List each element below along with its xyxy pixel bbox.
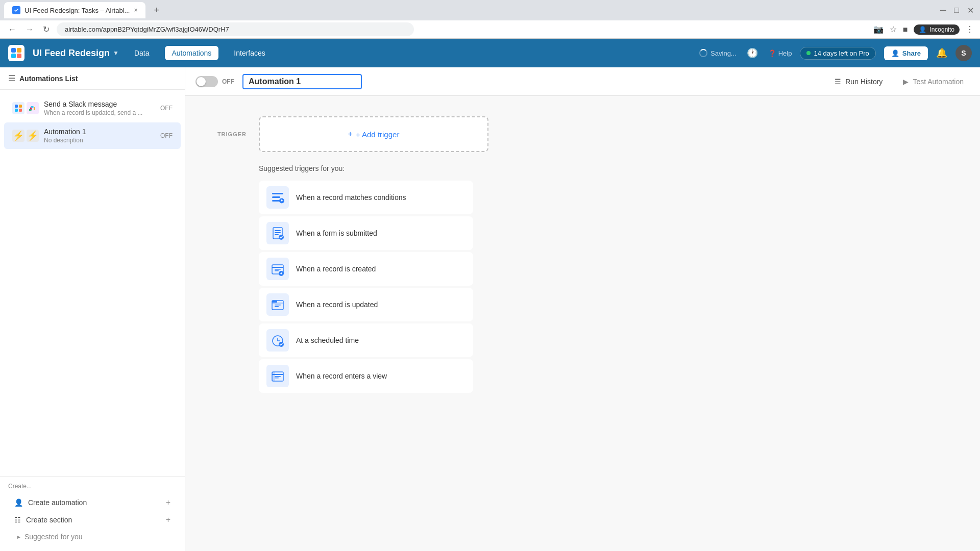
automation-canvas: TRIGGER + + Add trigger Suggested trigge… bbox=[185, 96, 980, 551]
trigger-view-label: When a record enters a view bbox=[296, 372, 387, 380]
app-title[interactable]: UI Feed Redesign ▼ bbox=[33, 48, 119, 59]
create-section-label: Create section bbox=[26, 516, 72, 524]
svg-rect-13 bbox=[272, 193, 283, 194]
automation-toggle-switch[interactable] bbox=[195, 76, 218, 87]
pro-label: 14 days left on Pro bbox=[814, 49, 869, 57]
add-trigger-box[interactable]: + + Add trigger bbox=[259, 116, 488, 152]
svg-rect-12 bbox=[34, 107, 35, 110]
window-close-button[interactable]: ✕ bbox=[965, 4, 976, 17]
slack-icon bbox=[27, 102, 39, 114]
trigger-option-created[interactable]: When a record is created bbox=[259, 252, 473, 286]
browser-action-buttons: 📷 ☆ ■ 👤 Incognito ⋮ bbox=[873, 24, 974, 35]
run-history-button[interactable]: ☰ Run History bbox=[828, 74, 889, 89]
url-bar[interactable] bbox=[57, 22, 414, 36]
minimize-button[interactable]: ─ bbox=[938, 4, 948, 17]
trigger-option-conditions[interactable]: When a record matches conditions bbox=[259, 181, 473, 214]
browser-titlebar: UI Feed Redesign: Tasks – Airtabl... × +… bbox=[0, 0, 980, 20]
data-tab-button[interactable]: Data bbox=[127, 46, 157, 60]
trigger-option-scheduled[interactable]: At a scheduled time bbox=[259, 323, 473, 357]
forward-button[interactable]: → bbox=[23, 23, 36, 36]
trigger-option-form[interactable]: When a form is submitted bbox=[259, 216, 473, 250]
sidebar-item-slack-badge: OFF bbox=[160, 105, 173, 112]
sidebar-menu-icon[interactable]: ☰ bbox=[8, 73, 15, 83]
sidebar-item-automation1-info: Automation 1 No description bbox=[44, 128, 155, 144]
svg-rect-5 bbox=[15, 105, 18, 108]
svg-rect-14 bbox=[272, 196, 280, 198]
create-automation-button[interactable]: 👤 Create automation + bbox=[8, 494, 177, 511]
run-history-label: Run History bbox=[845, 78, 883, 86]
close-tab-button[interactable]: × bbox=[134, 7, 137, 14]
automation1-icon-right: ⚡ bbox=[27, 130, 39, 142]
sidebar-item-automation1-icons: ⚡ ⚡ bbox=[12, 130, 39, 142]
browser-chrome: UI Feed Redesign: Tasks – Airtabl... × +… bbox=[0, 0, 980, 39]
svg-rect-1 bbox=[11, 48, 16, 53]
history-button[interactable]: 🕐 bbox=[745, 45, 760, 61]
test-automation-button[interactable]: ▶ Test Automation bbox=[897, 74, 970, 89]
trigger-form-label: When a form is submitted bbox=[296, 229, 377, 237]
trigger-scheduled-label: At a scheduled time bbox=[296, 336, 359, 344]
app-logo[interactable] bbox=[8, 45, 24, 61]
menu-button[interactable]: ⋮ bbox=[966, 24, 974, 34]
sidebar-item-automation1[interactable]: ⚡ ⚡ Automation 1 No description OFF bbox=[4, 122, 181, 149]
automation-name-input[interactable] bbox=[242, 74, 362, 89]
title-chevron-icon: ▼ bbox=[113, 49, 119, 57]
sidebar-item-automation1-desc: No description bbox=[44, 137, 155, 144]
top-nav: UI Feed Redesign ▼ Data Automations Inte… bbox=[0, 39, 980, 67]
svg-rect-10 bbox=[31, 106, 34, 108]
incognito-badge: 👤 Incognito bbox=[914, 24, 960, 35]
suggested-chevron-icon: ► bbox=[16, 534, 21, 540]
svg-rect-3 bbox=[11, 54, 16, 58]
pro-badge[interactable]: 14 days left on Pro bbox=[800, 47, 875, 60]
add-trigger-text: + Add trigger bbox=[356, 130, 399, 139]
help-label: Help bbox=[778, 49, 792, 57]
content-area: OFF ☰ Run History ▶ Test Automation TRIG… bbox=[185, 67, 980, 551]
svg-rect-4 bbox=[17, 54, 21, 58]
trigger-conditions-label: When a record matches conditions bbox=[296, 193, 406, 202]
trigger-view-icon bbox=[266, 365, 289, 387]
help-icon: ❓ bbox=[768, 49, 776, 57]
svg-rect-6 bbox=[19, 105, 22, 108]
sidebar-header: ☰ Automations List bbox=[0, 67, 185, 90]
trigger-option-updated[interactable]: When a record is updated bbox=[259, 288, 473, 321]
svg-rect-2 bbox=[17, 48, 21, 53]
new-tab-button[interactable]: + bbox=[150, 3, 163, 18]
sidebar-item-slack[interactable]: Send a Slack message When a record is up… bbox=[4, 95, 181, 121]
app: UI Feed Redesign ▼ Data Automations Inte… bbox=[0, 39, 980, 551]
content-header: OFF ☰ Run History ▶ Test Automation bbox=[185, 67, 980, 96]
sidebar-item-automation1-badge: OFF bbox=[160, 132, 173, 139]
avatar[interactable]: S bbox=[955, 45, 972, 61]
share-button[interactable]: 👤 Share bbox=[884, 46, 928, 60]
browser-tab[interactable]: UI Feed Redesign: Tasks – Airtabl... × bbox=[4, 2, 145, 18]
svg-rect-20 bbox=[275, 230, 281, 231]
svg-rect-43 bbox=[275, 376, 281, 377]
svg-rect-32 bbox=[272, 303, 283, 304]
svg-rect-18 bbox=[281, 199, 282, 202]
trigger-label: TRIGGER bbox=[206, 131, 247, 137]
trigger-created-icon bbox=[266, 258, 289, 280]
svg-rect-30 bbox=[281, 272, 282, 274]
create-section-plus-icon: + bbox=[166, 515, 170, 524]
trigger-option-view[interactable]: When a record enters a view bbox=[259, 359, 473, 393]
sidebar: ☰ Automations List bbox=[0, 67, 185, 551]
bookmark-icon[interactable]: ☆ bbox=[890, 24, 897, 34]
create-section-button[interactable]: ☷ Create section + bbox=[8, 511, 177, 529]
notifications-button[interactable]: 🔔 bbox=[936, 47, 947, 59]
pro-dot-icon bbox=[806, 51, 811, 55]
refresh-button[interactable]: ↻ bbox=[41, 22, 52, 36]
automations-tab-button[interactable]: Automations bbox=[165, 46, 219, 60]
saving-spinner-icon bbox=[699, 49, 707, 57]
add-trigger-icon: + bbox=[348, 130, 353, 139]
sidebar-item-slack-desc: When a record is updated, send a ... bbox=[44, 109, 155, 116]
help-button[interactable]: ❓ Help bbox=[768, 49, 792, 57]
interfaces-tab-button[interactable]: Interfaces bbox=[227, 46, 272, 60]
suggested-for-you-button[interactable]: ► Suggested for you bbox=[8, 529, 177, 545]
sidebar-item-slack-info: Send a Slack message When a record is up… bbox=[44, 100, 155, 116]
extensions-icon[interactable]: ■ bbox=[903, 25, 908, 34]
back-button[interactable]: ← bbox=[6, 23, 18, 36]
main-layout: ☰ Automations List bbox=[0, 67, 980, 551]
maximize-button[interactable]: □ bbox=[952, 4, 961, 17]
camera-icon[interactable]: 📷 bbox=[873, 24, 884, 34]
suggested-triggers-section: Suggested triggers for you: bbox=[259, 164, 473, 393]
trigger-conditions-icon bbox=[266, 186, 289, 209]
trigger-updated-label: When a record is updated bbox=[296, 300, 378, 309]
